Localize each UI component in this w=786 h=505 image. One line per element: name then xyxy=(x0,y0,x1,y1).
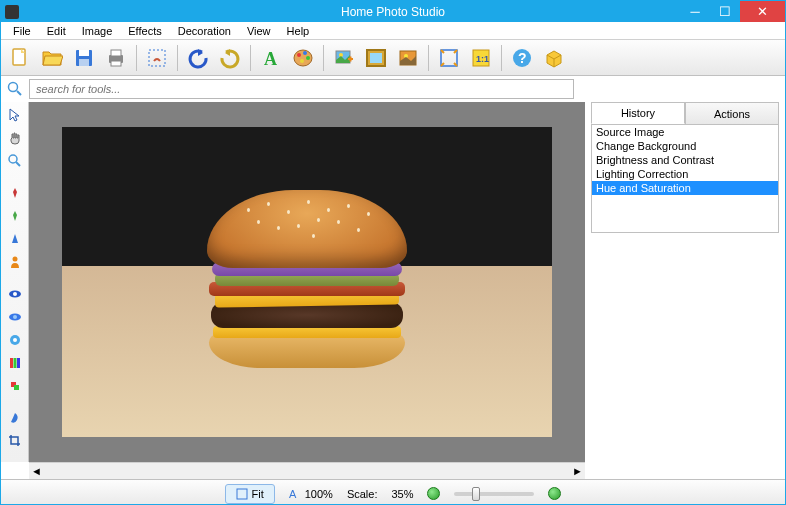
menu-effects[interactable]: Effects xyxy=(120,24,169,38)
search-input[interactable] xyxy=(29,79,574,99)
history-list[interactable]: Source Image Change Background Brightnes… xyxy=(591,125,779,233)
picture-effect-button[interactable] xyxy=(393,43,423,73)
color-bars-tool[interactable] xyxy=(3,352,27,374)
zoom-tool[interactable] xyxy=(3,150,27,172)
main-toolbar: A 1:1 ? xyxy=(1,40,785,76)
open-folder-button[interactable] xyxy=(37,43,67,73)
text-button[interactable]: A xyxy=(256,43,286,73)
color-palette-button[interactable] xyxy=(288,43,318,73)
tab-actions[interactable]: Actions xyxy=(685,102,779,124)
new-file-button[interactable] xyxy=(5,43,35,73)
redo-button[interactable] xyxy=(215,43,245,73)
tab-history[interactable]: History xyxy=(591,102,685,124)
svg-point-27 xyxy=(9,155,17,163)
svg-text:A: A xyxy=(289,488,297,500)
search-bar xyxy=(1,76,785,102)
app-icon xyxy=(5,5,19,19)
menu-help[interactable]: Help xyxy=(279,24,318,38)
clone-stamp-tool[interactable] xyxy=(3,375,27,397)
fit-button[interactable]: Fit xyxy=(225,484,275,504)
maximize-button[interactable]: ☐ xyxy=(710,1,740,22)
svg-line-28 xyxy=(16,162,20,166)
menu-view[interactable]: View xyxy=(239,24,279,38)
history-item-selected[interactable]: Hue and Saturation xyxy=(592,181,778,195)
eye-correction-tool-2[interactable] xyxy=(3,306,27,328)
actual-size-button[interactable]: 1:1 xyxy=(466,43,496,73)
zoom-slider[interactable] xyxy=(454,492,534,496)
undo-button[interactable] xyxy=(183,43,213,73)
svg-rect-3 xyxy=(79,59,89,66)
scroll-left-icon[interactable]: ◄ xyxy=(31,465,42,477)
close-button[interactable]: ✕ xyxy=(740,1,785,22)
zoom-out-button[interactable] xyxy=(427,487,440,500)
zoom-bar: Fit A 100% Scale: 35% xyxy=(1,479,785,505)
cut-region-button[interactable] xyxy=(142,43,172,73)
svg-rect-17 xyxy=(370,53,382,63)
main-area: History Actions Source Image Change Back… xyxy=(1,102,785,462)
svg-point-35 xyxy=(13,338,17,342)
scale-label: Scale: xyxy=(347,488,378,500)
search-icon xyxy=(7,81,23,97)
svg-rect-2 xyxy=(79,50,89,56)
history-item[interactable]: Source Image xyxy=(592,125,778,139)
svg-point-13 xyxy=(300,59,304,63)
package-button[interactable] xyxy=(539,43,569,73)
minimize-button[interactable]: ─ xyxy=(680,1,710,22)
pointer-tool[interactable] xyxy=(3,104,27,126)
menubar: File Edit Image Effects Decoration View … xyxy=(1,22,785,40)
help-button[interactable]: ? xyxy=(507,43,537,73)
smudge-tool[interactable] xyxy=(3,407,27,429)
svg-point-33 xyxy=(13,315,17,319)
actual-size-link[interactable]: A 100% xyxy=(289,488,333,500)
red-brush-tool[interactable] xyxy=(3,182,27,204)
save-button[interactable] xyxy=(69,43,99,73)
canvas-area[interactable] xyxy=(29,102,585,462)
eye-brighten-tool[interactable] xyxy=(3,329,27,351)
history-item[interactable]: Brightness and Contrast xyxy=(592,153,778,167)
window-title: Home Photo Studio xyxy=(341,5,445,19)
svg-point-31 xyxy=(13,292,17,296)
person-tool[interactable] xyxy=(3,251,27,273)
zoom-slider-thumb[interactable] xyxy=(472,487,480,501)
svg-rect-38 xyxy=(17,358,20,368)
eye-correction-tool-1[interactable] xyxy=(3,283,27,305)
svg-line-26 xyxy=(17,91,21,95)
history-item[interactable]: Change Background xyxy=(592,139,778,153)
scroll-right-icon[interactable]: ► xyxy=(572,465,583,477)
svg-point-11 xyxy=(303,51,307,55)
canvas-image[interactable] xyxy=(62,127,552,437)
scale-value: 35% xyxy=(391,488,413,500)
zoom-in-button[interactable] xyxy=(548,487,561,500)
svg-rect-40 xyxy=(14,385,19,390)
svg-point-29 xyxy=(12,257,17,262)
svg-rect-36 xyxy=(10,358,13,368)
fit-icon xyxy=(236,488,248,500)
crop-tool[interactable] xyxy=(3,430,27,452)
menu-edit[interactable]: Edit xyxy=(39,24,74,38)
zoom-a-icon: A xyxy=(289,488,301,500)
blue-cone-tool[interactable] xyxy=(3,228,27,250)
menu-file[interactable]: File xyxy=(5,24,39,38)
burger-illustration xyxy=(187,182,427,382)
side-toolbar xyxy=(1,102,29,462)
menu-image[interactable]: Image xyxy=(74,24,121,38)
print-button[interactable] xyxy=(101,43,131,73)
svg-rect-41 xyxy=(237,489,247,499)
hand-tool[interactable] xyxy=(3,127,27,149)
frame-button[interactable] xyxy=(361,43,391,73)
svg-rect-6 xyxy=(111,61,121,66)
history-item[interactable]: Lighting Correction xyxy=(592,167,778,181)
svg-rect-37 xyxy=(13,358,16,368)
svg-point-10 xyxy=(297,53,301,57)
horizontal-scrollbar[interactable]: ◄ ► xyxy=(29,462,585,479)
svg-text:1:1: 1:1 xyxy=(476,54,489,64)
svg-rect-5 xyxy=(111,50,121,56)
pct-label: 100% xyxy=(305,488,333,500)
svg-text:A: A xyxy=(264,49,277,69)
insert-image-button[interactable] xyxy=(329,43,359,73)
fit-screen-button[interactable] xyxy=(434,43,464,73)
svg-point-25 xyxy=(9,83,18,92)
menu-decoration[interactable]: Decoration xyxy=(170,24,239,38)
panel-tabs: History Actions xyxy=(591,102,779,125)
green-brush-tool[interactable] xyxy=(3,205,27,227)
